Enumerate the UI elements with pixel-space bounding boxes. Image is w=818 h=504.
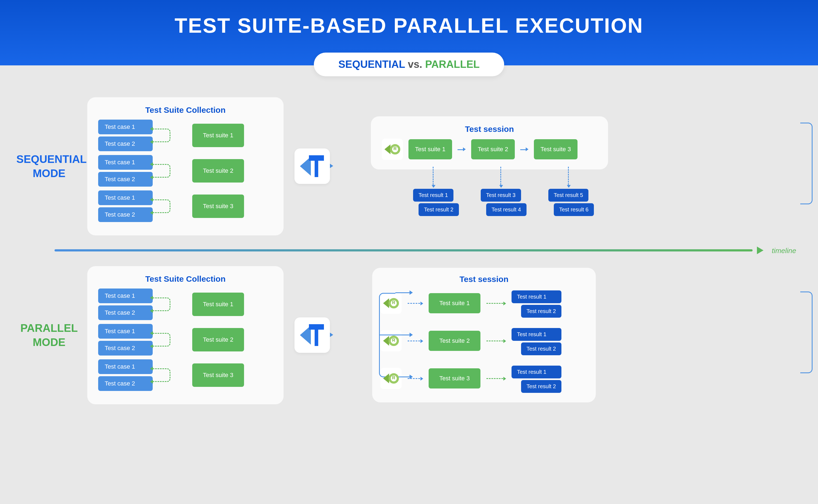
test-suite-box: Test suite 2: [192, 328, 244, 351]
timeline-label: timeline: [772, 247, 796, 255]
test-case-box: Test case 1: [98, 120, 153, 134]
test-case-box: Test case 1: [98, 289, 153, 303]
dashed-down-arrow: [568, 167, 569, 187]
parallel-mode-label: PARALLEL MODE: [16, 321, 82, 349]
test-result-box: Test result 5: [548, 189, 589, 202]
suite-group-3: Test case 1 Test case 2 Test suite 3: [98, 359, 273, 391]
dashed-connector: [153, 333, 170, 347]
session-suite-box: Test suite 2: [471, 139, 515, 159]
runtime-logo: [382, 139, 403, 160]
collection-title: Test Suite Collection: [98, 105, 273, 115]
header-banner: TEST SUITE-BASED PARALLEL EXECUTION SEQU…: [0, 0, 818, 65]
bracket-connector: [800, 292, 813, 373]
arrow-icon: [330, 333, 333, 337]
results-pair: Test result 1 Test result 2: [511, 289, 561, 318]
suite-group-2: Test case 1 Test case 2 Test suite 2: [98, 155, 273, 187]
suite-group-2: Test case 1 Test case 2 Test suite 2: [98, 324, 273, 356]
parallel-session-row: Test suite 3 Test result 1 Test result 2: [380, 364, 587, 393]
results-column: Test result 5 Test result 6: [543, 167, 594, 216]
test-result-box: Test result 2: [521, 342, 561, 355]
test-suite-box: Test suite 3: [192, 195, 244, 218]
timeline-bar: [54, 249, 753, 251]
runtime-logo: [380, 330, 402, 351]
dashed-green-arrow: [486, 378, 505, 379]
suite-group-1: Test case 1 Test case 2 Test suite 1: [98, 289, 273, 320]
test-case-box: Test case 1: [98, 190, 153, 205]
diagram-body: SEQUENTIAL MODE Test Suite Collection Te…: [0, 65, 818, 422]
test-suite-box: Test suite 2: [192, 159, 244, 183]
session-title: Test session: [380, 275, 587, 284]
dashed-connector: [153, 129, 170, 142]
sequential-session-panel: Test session Test suite 1 Test suite 2 T…: [371, 116, 608, 169]
timeline-arrow-icon: [757, 247, 764, 254]
test-result-box: Test result 2: [521, 380, 561, 393]
test-case-box: Test case 2: [98, 341, 153, 356]
arrow-icon: [330, 164, 333, 168]
parallel-row: PARALLEL MODE Test Suite Collection Test…: [16, 259, 802, 411]
test-result-box: Test result 6: [554, 203, 594, 216]
results-pair: Test result 1 Test result 2: [511, 326, 561, 355]
results-column: Test result 3 Test result 4: [475, 167, 526, 216]
runtime-logo: [380, 293, 402, 314]
collection-title: Test Suite Collection: [98, 274, 273, 284]
sequential-collection-panel: Test Suite Collection Test case 1 Test c…: [87, 97, 284, 235]
dashed-connector: [153, 199, 170, 213]
arrow-icon: [410, 333, 413, 337]
main-title: TEST SUITE-BASED PARALLEL EXECUTION: [0, 0, 818, 37]
session-suite-box: Test suite 1: [408, 139, 452, 159]
dashed-green-arrow: [486, 303, 505, 304]
test-result-box: Test result 2: [521, 305, 561, 318]
dashed-arrow: [408, 341, 423, 341]
dashed-down-arrow: [500, 167, 501, 187]
runtime-logo: [380, 368, 402, 389]
test-case-box: Test case 1: [98, 324, 153, 339]
session-sequence: Test suite 1 Test suite 2 Test suite 3: [382, 139, 597, 160]
dashed-down-arrow: [433, 167, 434, 187]
test-suite-box: Test suite 1: [192, 124, 244, 147]
sequential-mode-label: SEQUENTIAL MODE: [16, 152, 82, 180]
sequential-row: SEQUENTIAL MODE Test Suite Collection Te…: [16, 90, 802, 242]
test-result-box: Test result 4: [486, 203, 526, 216]
testops-logo: [295, 317, 330, 353]
session-suite-box: Test suite 2: [429, 331, 480, 351]
parallel-collection-panel: Test Suite Collection Test case 1 Test c…: [87, 266, 284, 404]
results-pair: Test result 1 Test result 2: [511, 364, 561, 393]
test-result-box: Test result 3: [481, 189, 521, 202]
test-result-box: Test result 1: [413, 189, 453, 202]
test-result-box: Test result 1: [511, 290, 561, 303]
dashed-arrow: [408, 303, 423, 304]
parallel-session-row: Test suite 2 Test result 1 Test result 2: [380, 326, 587, 355]
dashed-connector: [153, 368, 170, 382]
session-suite-box: Test suite 3: [534, 139, 577, 159]
dashed-connector: [153, 164, 170, 178]
dashed-green-arrow: [486, 341, 505, 341]
test-result-box: Test result 1: [511, 366, 561, 378]
test-case-box: Test case 2: [98, 376, 153, 391]
test-result-box: Test result 2: [419, 203, 459, 216]
suite-group-1: Test case 1 Test case 2 Test suite 1: [98, 120, 273, 151]
test-case-box: Test case 2: [98, 305, 153, 320]
flow-line: [395, 292, 410, 293]
timeline: timeline: [54, 249, 764, 252]
sequential-results-row: Test result 1 Test result 2 Test result …: [408, 167, 608, 216]
bracket-connector: [800, 123, 813, 204]
test-suite-box: Test suite 1: [192, 293, 244, 316]
test-suite-box: Test suite 3: [192, 363, 244, 387]
test-case-box: Test case 2: [98, 136, 153, 151]
test-case-box: Test case 1: [98, 155, 153, 170]
test-case-box: Test case 1: [98, 359, 153, 374]
test-case-box: Test case 2: [98, 207, 153, 222]
testops-logo: [295, 148, 330, 184]
suite-group-3: Test case 1 Test case 2 Test suite 3: [98, 190, 273, 222]
session-suite-box: Test suite 3: [429, 368, 480, 388]
sequential-session-wrap: Test session Test suite 1 Test suite 2 T…: [371, 116, 608, 216]
session-suite-box: Test suite 1: [429, 293, 480, 313]
results-column: Test result 1 Test result 2: [408, 167, 459, 216]
test-case-box: Test case 2: [98, 172, 153, 187]
dashed-connector: [153, 297, 170, 311]
session-title: Test session: [382, 125, 597, 134]
test-result-box: Test result 1: [511, 328, 561, 341]
arrow-icon: [410, 290, 413, 295]
dashed-arrow: [408, 378, 423, 379]
